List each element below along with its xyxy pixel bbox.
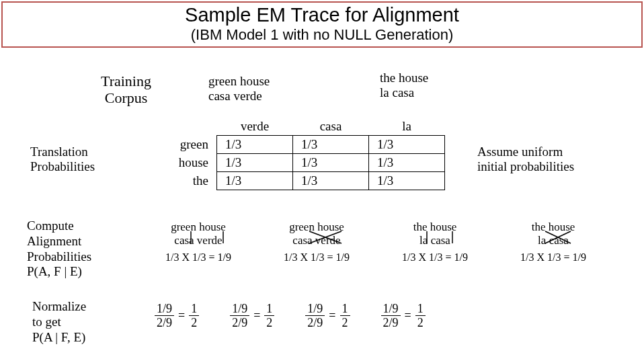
text: the house — [413, 220, 457, 234]
cell: 1/3 — [217, 172, 293, 190]
product-text: 1/3 X 1/3 = 1/9 — [385, 251, 485, 264]
training-corpus-label: Training Corpus — [101, 73, 151, 107]
text: 2/9 — [305, 317, 325, 329]
equation: 1/92/9 = 12 — [230, 302, 274, 329]
prob-table: verde casa la green 1/3 1/3 1/3 house 1/… — [161, 118, 445, 190]
slide-title: Sample EM Trace for Alignment — [3, 4, 641, 26]
text: Training — [101, 73, 151, 89]
text: 1 — [340, 302, 350, 315]
text: 2 — [340, 317, 350, 329]
text: la casa — [413, 234, 457, 247]
col-header: verde — [217, 118, 293, 136]
text: la casa — [532, 234, 575, 247]
alignment-3: the house la casa 1/3 X 1/3 = 1/9 — [385, 220, 485, 264]
cell: 1/3 — [293, 154, 369, 172]
text: 1/9 — [381, 302, 401, 315]
equation: 1/92/9 = 12 — [381, 302, 426, 329]
prob-table-wrap: verde casa la green 1/3 1/3 1/3 house 1/… — [161, 118, 445, 190]
text: the house — [532, 220, 575, 234]
text: 2 — [415, 317, 426, 329]
product-text: 1/3 X 1/3 = 1/9 — [148, 251, 249, 264]
text: la casa — [380, 85, 414, 99]
text: 1/9 — [230, 302, 249, 315]
text: green house — [208, 74, 270, 88]
alignment-1: green house casa verde 1/3 X 1/3 = 1/9 — [148, 220, 249, 264]
text: Corpus — [105, 89, 148, 106]
text: 2/9 — [155, 317, 174, 329]
text: to get — [32, 315, 61, 329]
translation-prob-label: Translation Probabilities — [30, 145, 95, 174]
text: Compute — [27, 218, 74, 233]
col-header: casa — [293, 118, 369, 136]
product-text: 1/3 X 1/3 = 1/9 — [503, 251, 604, 264]
normalize-equations: 1/92/9 = 12 1/92/9 = 12 1/92/9 = 12 1/92… — [155, 302, 637, 329]
text: Probabilities — [27, 249, 91, 264]
alignment-2: green house casa verde 1/3 X 1/3 = 1/9 — [266, 220, 367, 264]
alignment-row: green house casa verde 1/3 X 1/3 = 1/9 g… — [148, 220, 637, 264]
cell: 1/3 — [217, 154, 293, 172]
row-header: green — [161, 136, 217, 154]
equation: 1/92/9 = 12 — [305, 302, 350, 329]
text: initial probabilities — [477, 159, 574, 173]
text: 1 — [189, 302, 199, 315]
text: casa verde — [289, 234, 344, 247]
text: P(A | F, E) — [32, 330, 85, 344]
assume-note: Assume uniform initial probabilities — [477, 145, 574, 174]
cell: 1/3 — [293, 136, 369, 154]
text: the house — [380, 71, 428, 85]
col-header: la — [369, 118, 445, 136]
row-header: the — [161, 172, 217, 190]
text: green house — [171, 220, 226, 234]
text: Assume uniform — [477, 145, 563, 159]
cell: 1/3 — [369, 172, 445, 190]
slide-subtitle: (IBM Model 1 with no NULL Generation) — [3, 26, 641, 44]
text: 2 — [189, 317, 199, 329]
compute-align-label: Compute Alignment Probabilities P(A, F |… — [27, 218, 91, 280]
header-box: Sample EM Trace for Alignment (IBM Model… — [1, 1, 643, 48]
text: P(A, F | E) — [27, 264, 82, 278]
text: 1 — [264, 302, 274, 315]
text: Alignment — [27, 234, 81, 248]
corpus-pair-2: the house la casa — [380, 71, 428, 100]
text: Normalize — [32, 299, 86, 313]
text: Translation — [30, 145, 88, 159]
text: 2/9 — [381, 317, 401, 329]
text: green house — [289, 220, 344, 234]
text: casa verde — [208, 89, 262, 103]
equation: 1/92/9 = 12 — [155, 302, 199, 329]
text: 1 — [415, 302, 426, 315]
product-text: 1/3 X 1/3 = 1/9 — [266, 251, 367, 264]
text: 2 — [264, 317, 274, 329]
text: 1/9 — [305, 302, 325, 315]
cell: 1/3 — [293, 172, 369, 190]
normalize-label: Normalize to get P(A | F, E) — [32, 299, 86, 345]
cell: 1/3 — [369, 136, 445, 154]
text: casa verde — [171, 234, 226, 247]
text: 2/9 — [230, 317, 249, 329]
alignment-4: the house la casa 1/3 X 1/3 = 1/9 — [503, 220, 604, 264]
text: Probabilities — [30, 159, 95, 173]
cell: 1/3 — [369, 154, 445, 172]
corpus-pair-1: green house casa verde — [208, 74, 270, 104]
cell: 1/3 — [217, 136, 293, 154]
text: 1/9 — [155, 302, 174, 315]
row-header: house — [161, 154, 217, 172]
